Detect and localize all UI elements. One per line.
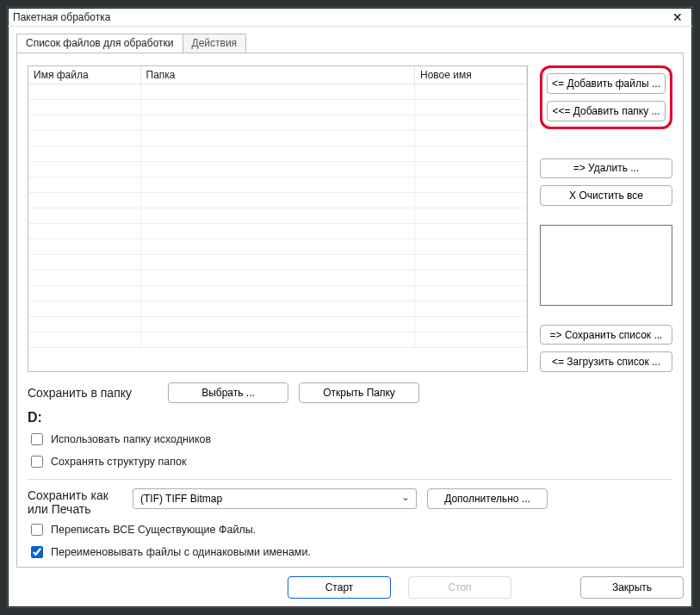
tab-actions[interactable]: Действия [183, 34, 247, 53]
rename-dupes-checkbox[interactable]: Переименовывать файлы с одинаковыми имен… [28, 544, 672, 561]
table-row[interactable] [28, 255, 527, 270]
tabstrip: Список файлов для обработки Действия [16, 34, 684, 53]
highlight-add-buttons: <= Добавить файлы ... <<= Добавить папку… [540, 65, 672, 129]
open-folder-button[interactable]: Открыть Папку [299, 382, 419, 403]
separator [28, 479, 672, 480]
add-files-button[interactable]: <= Добавить файлы ... [547, 73, 666, 94]
stop-button: Стоп [408, 576, 511, 599]
footer: Старт Стоп Закрыть [16, 575, 684, 600]
table-row[interactable] [28, 224, 527, 239]
remove-button[interactable]: => Удалить ... [540, 158, 672, 179]
table-row[interactable] [28, 193, 527, 208]
table-row[interactable] [28, 239, 527, 255]
format-extra-button[interactable]: Дополнительно ... [427, 488, 548, 509]
close-button[interactable]: Закрыть [580, 576, 684, 599]
col-header-folder[interactable]: Папка [140, 66, 415, 84]
table-row[interactable] [28, 146, 527, 162]
format-combo-wrap: (TIF) TIFF Bitmap [133, 488, 417, 509]
save-as-label-1: Сохранить как [28, 488, 122, 502]
clear-button[interactable]: X Очистить все [540, 185, 672, 206]
top-section: Имя файла Папка Новое имя <= Добавить фа… [28, 65, 672, 372]
table-row[interactable] [28, 317, 527, 332]
table-row[interactable] [28, 100, 527, 115]
client-area: Список файлов для обработки Действия Имя… [8, 27, 692, 607]
table-row[interactable] [28, 115, 527, 131]
file-table-grid: Имя файла Папка Новое имя [28, 66, 527, 348]
use-source-folder-input[interactable] [31, 433, 43, 445]
load-list-button[interactable]: <= Загрузить список ... [540, 351, 672, 372]
table-row[interactable] [28, 208, 527, 224]
preview-box [540, 225, 672, 306]
window-title: Пакетная обработка [13, 11, 666, 23]
table-row[interactable] [28, 177, 527, 193]
dialog-window: Пакетная обработка ✕ Список файлов для о… [7, 7, 693, 608]
start-button[interactable]: Старт [288, 576, 391, 599]
overwrite-input[interactable] [31, 524, 43, 536]
col-header-new[interactable]: Новое имя [415, 66, 527, 84]
col-header-name[interactable]: Имя файла [28, 66, 140, 84]
table-row[interactable] [28, 286, 527, 301]
side-buttons: <= Добавить файлы ... <<= Добавить папку… [540, 65, 672, 372]
table-row[interactable] [28, 270, 527, 286]
table-row[interactable] [28, 131, 527, 146]
add-folder-button[interactable]: <<= Добавить папку ... [547, 101, 666, 121]
rename-dupes-input[interactable] [31, 546, 43, 558]
save-as-label-2: или Печать [28, 502, 122, 516]
file-table[interactable]: Имя файла Папка Новое имя [28, 65, 528, 372]
table-row[interactable] [28, 332, 527, 348]
save-list-button[interactable]: => Сохранить список ... [540, 325, 672, 345]
tab-page-filelist: Имя файла Папка Новое имя <= Добавить фа… [16, 53, 684, 568]
keep-structure-input[interactable] [31, 456, 43, 468]
close-icon[interactable]: ✕ [666, 9, 689, 25]
table-row[interactable] [28, 84, 527, 100]
keep-structure-checkbox[interactable]: Сохранять структуру папок [28, 453, 672, 470]
drive-label: D: [28, 410, 672, 426]
save-to-folder-label: Сохранить в папку [28, 386, 132, 400]
format-combo[interactable]: (TIF) TIFF Bitmap [133, 488, 417, 509]
overwrite-checkbox[interactable]: Переписать ВСЕ Существующие Файлы. [28, 521, 672, 538]
choose-folder-button[interactable]: Выбрать ... [168, 382, 288, 403]
titlebar: Пакетная обработка ✕ [8, 8, 692, 27]
use-source-folder-checkbox[interactable]: Использовать папку исходников [28, 431, 672, 448]
tab-filelist[interactable]: Список файлов для обработки [16, 34, 183, 53]
table-row[interactable] [28, 301, 527, 317]
table-row[interactable] [28, 162, 527, 177]
controls-area: Сохранить в папку Выбрать ... Открыть Па… [28, 382, 672, 561]
